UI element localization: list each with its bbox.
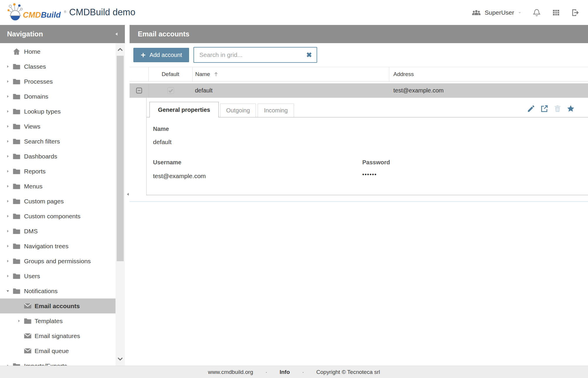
grid-search-box: ✖ <box>193 47 317 63</box>
mail-icon <box>23 347 32 355</box>
sidebar-item-templates[interactable]: Templates <box>0 313 115 328</box>
expand-icon[interactable] <box>5 194 11 209</box>
footer-separator: · <box>266 369 267 375</box>
folder-icon <box>12 62 21 71</box>
sidebar-item-dashboards[interactable]: Dashboards <box>0 149 115 164</box>
footer: www.cmdbuild.org · Info · Copyright © Te… <box>0 366 588 378</box>
user-menu[interactable]: SuperUser <box>471 9 522 16</box>
sidebar-item-custom-components[interactable]: Custom components <box>0 209 115 224</box>
sidebar-item-email-queue[interactable]: Email queue <box>0 343 115 358</box>
edit-pencil-icon[interactable] <box>527 104 536 113</box>
expand-icon[interactable] <box>5 358 11 366</box>
folder-icon <box>12 167 21 176</box>
field-label-username: Username <box>153 159 181 166</box>
sidebar-item-groups-and-permissions[interactable]: Groups and permissions <box>0 254 115 269</box>
tab-outgoing[interactable]: Outgoing <box>220 104 256 117</box>
grid-row-default-account[interactable]: default test@example.com <box>130 83 588 98</box>
navigation-panel-header: Navigation <box>0 25 125 43</box>
users-icon <box>471 9 481 16</box>
search-input[interactable] <box>199 51 306 59</box>
sidebar-item-search-filters[interactable]: Search filters <box>0 134 115 149</box>
row-expander-cell[interactable] <box>130 83 149 98</box>
logo-build-text: Build <box>41 11 61 19</box>
sidebar-item-processes[interactable]: Processes <box>0 74 115 89</box>
sidebar-item-views[interactable]: Views <box>0 119 115 134</box>
footer-site-link[interactable]: www.cmdbuild.org <box>208 369 253 375</box>
logo-cmd-text: CMD <box>23 11 41 19</box>
top-right-tools: SuperUser <box>471 0 580 25</box>
sidebar-item-reports[interactable]: Reports <box>0 164 115 179</box>
scroll-down-icon[interactable] <box>117 356 123 362</box>
sidebar-item-menus[interactable]: Menus <box>0 179 115 194</box>
open-external-icon[interactable] <box>540 104 549 113</box>
folder-icon <box>12 227 21 235</box>
expand-icon[interactable] <box>5 239 11 254</box>
expand-icon[interactable] <box>5 224 11 239</box>
expand-icon[interactable] <box>5 209 11 224</box>
clear-search-icon[interactable]: ✖ <box>306 52 312 58</box>
sidebar-item-classes[interactable]: Classes <box>0 59 115 74</box>
folder-icon <box>23 317 32 325</box>
scroll-up-icon[interactable] <box>117 46 123 53</box>
panel-splitter-collapse-icon[interactable] <box>125 191 130 197</box>
page-title: CMDBuild demo <box>69 7 135 18</box>
expand-icon[interactable] <box>5 164 11 179</box>
sidebar-item-notifications[interactable]: Notifications <box>0 284 115 298</box>
expand-icon[interactable] <box>5 254 11 269</box>
sidebar-item-custom-pages[interactable]: Custom pages <box>0 194 115 209</box>
expand-icon[interactable] <box>5 104 11 119</box>
sidebar-scrollbar[interactable] <box>115 43 125 366</box>
collapse-sidebar-icon[interactable] <box>114 31 119 37</box>
folder-icon <box>12 287 21 295</box>
sidebar-item-email-accounts[interactable]: Email accounts <box>0 298 115 313</box>
expand-icon[interactable] <box>5 119 11 134</box>
chevron-down-icon <box>518 11 522 15</box>
field-value-password: •••••• <box>362 171 377 178</box>
delete-trash-icon[interactable] <box>553 104 562 113</box>
sidebar-item-home[interactable]: Home <box>0 44 115 59</box>
detail-bottom-border <box>146 195 588 195</box>
notifications-bell-icon[interactable] <box>532 8 541 17</box>
expand-icon[interactable] <box>5 89 11 104</box>
sidebar-item-imports-exports[interactable]: Imports/Exports <box>0 358 115 366</box>
field-value-username: test@example.com <box>153 173 206 180</box>
tab-general-properties[interactable]: General properties <box>149 102 219 117</box>
tab-incoming[interactable]: Incoming <box>258 104 294 117</box>
column-header-name[interactable]: Name <box>193 67 389 81</box>
expand-icon[interactable] <box>5 59 11 74</box>
sidebar-item-dms[interactable]: DMS <box>0 224 115 239</box>
expand-icon[interactable] <box>16 313 22 328</box>
expand-icon[interactable] <box>5 269 11 284</box>
svg-text:®: ® <box>64 10 66 14</box>
main-title: Email accounts <box>138 25 189 43</box>
footer-info-link[interactable]: Info <box>280 369 290 375</box>
expand-icon[interactable] <box>5 179 11 194</box>
sidebar-item-navigation-trees[interactable]: Navigation trees <box>0 239 115 254</box>
set-default-star-icon[interactable] <box>566 104 575 113</box>
add-account-button[interactable]: Add account <box>133 48 189 62</box>
folder-icon <box>12 212 21 220</box>
footer-separator: · <box>302 369 304 375</box>
expand-icon[interactable] <box>5 149 11 164</box>
user-name: SuperUser <box>485 9 514 16</box>
sort-ascending-icon <box>213 71 219 77</box>
sidebar-item-lookup-types[interactable]: Lookup types <box>0 104 115 119</box>
collapse-icon[interactable] <box>5 284 11 298</box>
detail-left-border <box>146 98 147 195</box>
sidebar-item-email-signatures[interactable]: Email signatures <box>0 328 115 343</box>
expand-icon[interactable] <box>5 134 11 149</box>
folder-icon <box>12 362 21 366</box>
sidebar-item-domains[interactable]: Domains <box>0 89 115 104</box>
sidebar-item-users[interactable]: Users <box>0 269 115 284</box>
column-header-default[interactable]: Default <box>149 67 193 81</box>
top-header: CMDBuild ® CMDBuild demo SuperUser <box>0 0 588 25</box>
grid-header: Default Name Address <box>130 67 588 82</box>
expand-icon[interactable] <box>5 74 11 89</box>
data-grid-icon[interactable] <box>552 8 560 17</box>
collapse-row-icon[interactable] <box>135 87 143 95</box>
field-label-name: Name <box>153 126 169 132</box>
scrollbar-thumb[interactable] <box>117 56 124 261</box>
logout-icon[interactable] <box>571 8 580 17</box>
column-header-address[interactable]: Address <box>389 67 588 81</box>
folder-icon <box>12 92 21 101</box>
